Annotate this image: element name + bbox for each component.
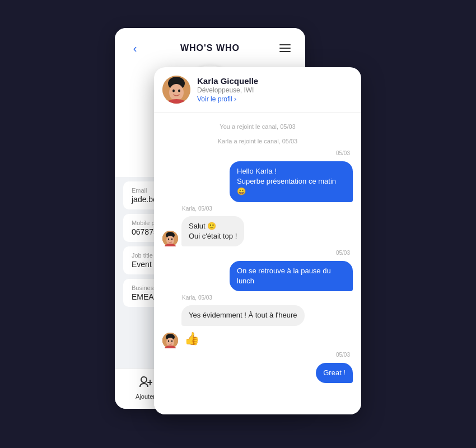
karla-avatar-small-2 <box>162 333 178 348</box>
svg-point-30 <box>171 340 172 342</box>
svg-point-18 <box>178 90 180 92</box>
received-msg-row-2: Yes évidemment ! À tout à l'heure <box>162 305 353 325</box>
back-button[interactable]: ‹ <box>126 39 144 57</box>
sent-msg-row-3: Great ! <box>162 363 353 383</box>
add-person-icon <box>139 376 152 391</box>
chat-contact-info: Karla Gicquelle Développeuse, IWI Voir l… <box>197 76 353 103</box>
menu-button[interactable] <box>276 39 294 57</box>
sent-bubble-1: Hello Karla !Superbe présentation ce mat… <box>230 161 353 202</box>
karla-sender-label-1: Karla, 05/03 <box>162 206 353 212</box>
karla-sender-label-2: Karla, 05/03 <box>162 295 353 301</box>
received-bubble-2: Yes évidemment ! À tout à l'heure <box>181 305 305 325</box>
chat-profile-link[interactable]: Voir le profil › <box>197 95 353 103</box>
received-emoji-row: 👍 <box>162 329 353 349</box>
menu-icon-line3 <box>279 51 291 52</box>
system-message-1: You a rejoint le canal, 05/03 <box>162 123 353 130</box>
svg-point-23 <box>168 238 169 240</box>
chat-card: Karla Gicquelle Développeuse, IWI Voir l… <box>154 67 361 414</box>
sent-msg-row-2: On se retrouve à la pause du lunch <box>162 261 353 291</box>
nav-add[interactable]: Ajouter <box>136 376 155 400</box>
system-message-2: Karla a rejoint le canal, 05/03 <box>162 138 353 144</box>
svg-point-22 <box>166 236 174 245</box>
nav-add-label: Ajouter <box>136 393 155 400</box>
svg-point-17 <box>172 90 175 92</box>
svg-point-28 <box>166 338 174 347</box>
chat-messages: You a rejoint le canal, 05/03 Karla a re… <box>154 113 361 414</box>
app-title: WHO'S WHO <box>180 43 240 53</box>
sent-bubble-3: Great ! <box>316 363 353 383</box>
svg-point-8 <box>141 377 147 382</box>
sent-bubble-2: On se retrouve à la pause du lunch <box>230 261 353 291</box>
timestamp-1: 05/03 <box>162 150 353 156</box>
chat-contact-role: Développeuse, IWI <box>197 86 353 94</box>
received-msg-row-1: Salut 🙂Oui c'était top ! <box>162 216 353 246</box>
received-emoji: 👍 <box>181 329 202 349</box>
chat-contact-name: Karla Gicquelle <box>197 76 353 86</box>
sent-msg-row-1: Hello Karla !Superbe présentation ce mat… <box>162 161 353 202</box>
chat-header: Karla Gicquelle Développeuse, IWI Voir l… <box>154 67 361 113</box>
chat-contact-avatar <box>162 76 190 104</box>
timestamp-3: 05/03 <box>162 352 353 358</box>
menu-icon-line2 <box>279 48 291 49</box>
svg-point-24 <box>171 238 172 240</box>
timestamp-2: 05/03 <box>162 250 353 256</box>
svg-point-29 <box>168 340 169 342</box>
received-bubble-1: Salut 🙂Oui c'était top ! <box>181 216 244 246</box>
svg-point-16 <box>169 84 184 101</box>
menu-icon-line1 <box>279 44 291 45</box>
karla-avatar-small-1 <box>162 231 178 246</box>
